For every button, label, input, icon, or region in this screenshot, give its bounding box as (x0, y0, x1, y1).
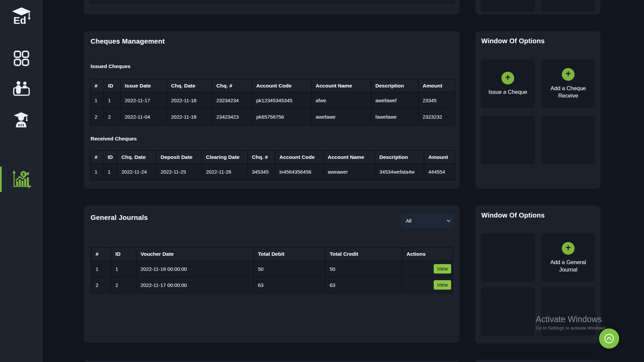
plus-icon: + (562, 242, 575, 255)
finance-chart-icon: $ (11, 170, 32, 188)
option-tile-label: Add a General Journal (544, 258, 592, 274)
column-header: Amount (418, 79, 455, 92)
scroll-to-top-button[interactable] (599, 328, 619, 349)
view-journal-button[interactable]: View (434, 280, 451, 290)
grid-icon (13, 50, 30, 67)
received-cheques-table: # ID Chq. Date Deposit Date Clearing Dat… (90, 150, 455, 180)
partial-card-top-right (475, 0, 600, 14)
table-row: 1 1 2022-11-17 2022-11-18 23234234 pk123… (90, 92, 455, 109)
column-header: Chq. # (212, 79, 252, 92)
table-cell: pk65756756 (252, 109, 311, 125)
option-tile-empty[interactable] (481, 233, 535, 282)
view-journal-button[interactable]: View (434, 264, 451, 274)
column-header: Issue Date (120, 79, 167, 92)
plus-icon: + (501, 72, 514, 84)
partial-card-bottom-main (84, 361, 460, 362)
actions-cell: View (402, 261, 452, 277)
table-cell: 1 (90, 164, 103, 180)
table-cell: 345345 (248, 164, 275, 180)
column-header: Chq. Date (167, 79, 212, 92)
table-cell: 2022-11-25 (156, 164, 202, 180)
table-header-row: # ID Chq. Date Deposit Date Clearing Dat… (90, 150, 455, 164)
table-header-row: # ID Issue Date Chq. Date Chq. # Account… (90, 79, 455, 92)
dollar-glyph: $ (22, 172, 25, 177)
column-header: Chq. # (248, 150, 275, 164)
graduation-cap-logo-icon: Ed (11, 7, 32, 27)
table-cell: 2323232 (418, 109, 455, 125)
table-cell: 34534wefata4w (375, 164, 424, 180)
clipped-table-fragment (90, 0, 454, 3)
option-tile-label: Add a Cheque Receive (544, 84, 592, 100)
column-header: Amount (424, 150, 455, 164)
table-cell: 63 (254, 277, 325, 293)
table-cell: 2022-11-24 (117, 164, 156, 180)
column-header: # (90, 150, 103, 164)
table-cell: 2022-11-26 (202, 164, 248, 180)
journal-filter-select[interactable]: All (401, 213, 454, 228)
table-cell: 2022-11-18 00:00:00 (136, 261, 254, 277)
option-tile-add-cheque-receive[interactable]: + Add a Cheque Receive (541, 59, 595, 108)
table-cell: 2 (91, 277, 111, 293)
table-cell: 1 (103, 164, 117, 180)
journal-filter-value: All (406, 218, 412, 224)
options-card-title: Window Of Options (481, 212, 545, 219)
option-tile-label: Issue a Cheque (488, 88, 527, 96)
column-header: ID (104, 79, 120, 92)
table-cell: 23234234 (212, 92, 252, 109)
table-cell: pk12345345345 (252, 92, 311, 109)
issued-cheques-heading: Issued Cheques (91, 63, 130, 69)
chevron-up-icon (603, 333, 615, 345)
table-cell: 2 (111, 277, 136, 293)
table-cell: afwe (311, 92, 371, 109)
option-tile-empty[interactable] (541, 287, 595, 336)
plus-icon: + (562, 68, 575, 81)
column-header: # (91, 247, 111, 261)
option-tile-issue-cheque[interactable]: + Issue a Cheque (481, 59, 535, 108)
table-cell: 2022-11-18 (167, 92, 212, 109)
table-cell: 1 (90, 92, 104, 109)
graduate-icon (13, 112, 30, 128)
table-row: 1 1 2022-11-18 00:00:00 50 50 View (91, 261, 452, 277)
option-tile-add-general-journal[interactable]: + Add a General Journal (541, 233, 595, 282)
table-cell: awefawef (371, 92, 418, 109)
option-tile-empty[interactable] (481, 287, 535, 336)
column-header: Deposit Date (156, 150, 202, 164)
general-journals-table: # ID Voucher Date Total Debit Total Cred… (91, 247, 453, 293)
table-cell: 50 (254, 261, 325, 277)
table-cell: fawefawe (371, 109, 418, 125)
table-cell: 1 (104, 92, 120, 109)
table-cell: 23345 (418, 92, 455, 109)
table-cell: 63 (325, 277, 402, 293)
column-header: Account Name (323, 150, 375, 164)
table-cell: 2022-11-04 (120, 109, 167, 125)
cheques-management-card: Cheques Management Issued Cheques # ID I… (84, 31, 460, 189)
issued-cheques-table: # ID Issue Date Chq. Date Chq. # Account… (90, 79, 455, 125)
column-header: Total Debit (254, 247, 325, 261)
option-tile-empty[interactable] (541, 116, 595, 164)
journals-card-title: General Journals (91, 214, 148, 222)
table-cell: 444554 (424, 164, 455, 180)
actions-cell: View (402, 277, 452, 293)
option-tile-empty[interactable] (481, 116, 535, 164)
sidebar-item-dashboard[interactable] (0, 45, 43, 72)
column-header: Account Name (311, 79, 371, 92)
table-cell: 50 (325, 261, 402, 277)
sidebar-item-students[interactable] (0, 107, 43, 133)
table-row: 2 2 2022-11-17 00:00:00 63 63 View (91, 277, 452, 293)
column-header: Chq. Date (117, 150, 156, 164)
sidebar-item-staff[interactable] (0, 75, 43, 102)
column-header: Clearing Date (202, 150, 248, 164)
table-cell: 2022-11-17 00:00:00 (136, 277, 254, 293)
sidebar: Ed (0, 0, 43, 362)
general-journals-card: General Journals All # ID Voucher Date T… (84, 205, 460, 343)
app-logo[interactable]: Ed (0, 5, 43, 29)
people-desk-icon (13, 80, 30, 97)
options-card-title: Window Of Options (481, 37, 545, 45)
received-cheques-heading: Received Cheques (91, 136, 137, 142)
table-cell: in4564356456 (275, 164, 323, 180)
column-header: ID (103, 150, 117, 164)
column-header: Description (375, 150, 424, 164)
table-cell: aweawer (323, 164, 375, 180)
table-cell: 2 (104, 109, 120, 125)
sidebar-item-finance[interactable]: $ (0, 166, 43, 193)
